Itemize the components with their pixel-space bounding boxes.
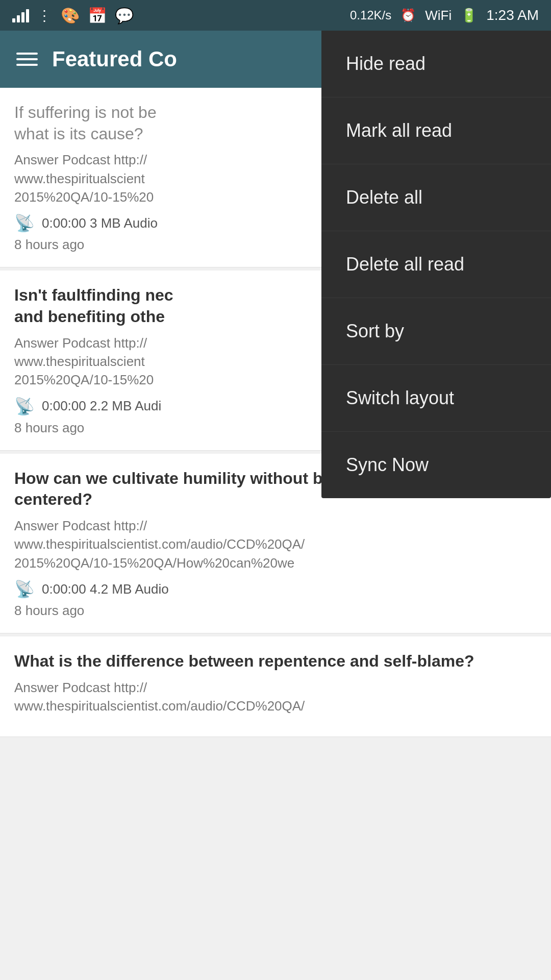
menu-item-sync-now[interactable]: Sync Now bbox=[321, 432, 551, 498]
menu-item-switch-layout[interactable]: Switch layout bbox=[321, 365, 551, 432]
menu-item-delete-all-read[interactable]: Delete all read bbox=[321, 231, 551, 298]
menu-item-hide-read[interactable]: Hide read bbox=[321, 31, 551, 97]
dropdown-menu: Hide read Mark all read Delete all Delet… bbox=[321, 31, 551, 498]
menu-item-sort-by[interactable]: Sort by bbox=[321, 298, 551, 365]
menu-item-mark-all-read[interactable]: Mark all read bbox=[321, 97, 551, 164]
dropdown-overlay[interactable]: Hide read Mark all read Delete all Delet… bbox=[0, 0, 551, 980]
menu-item-delete-all[interactable]: Delete all bbox=[321, 164, 551, 231]
